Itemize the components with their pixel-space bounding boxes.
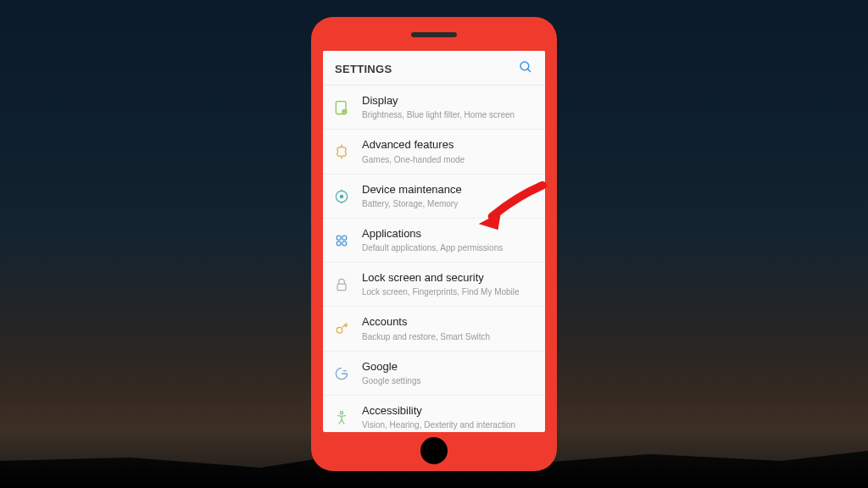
lock-icon xyxy=(330,273,353,297)
item-text: Applications Default applications, App p… xyxy=(362,227,533,253)
item-text: Accessibility Vision, Hearing, Dexterity… xyxy=(362,404,533,430)
screen: SETTINGS Display Brightnes xyxy=(323,51,545,432)
item-sub: Lock screen, Fingerprints, Find My Mobil… xyxy=(362,286,533,297)
item-sub: Google settings xyxy=(362,375,533,386)
svg-point-11 xyxy=(337,241,341,246)
settings-item-display[interactable]: Display Brightness, Blue light filter, H… xyxy=(323,86,545,130)
settings-item-applications[interactable]: Applications Default applications, App p… xyxy=(323,219,545,263)
svg-point-14 xyxy=(337,328,342,334)
item-text: Accounts Backup and restore, Smart Switc… xyxy=(362,315,533,341)
svg-point-0 xyxy=(520,62,529,70)
item-sub: Backup and restore, Smart Switch xyxy=(362,331,533,342)
item-title: Google xyxy=(362,360,533,374)
item-text: Advanced features Games, One-handed mode xyxy=(362,138,533,164)
phone-home-button[interactable] xyxy=(420,437,448,464)
item-text: Google Google settings xyxy=(362,360,533,386)
settings-item-google[interactable]: Google Google settings xyxy=(323,352,545,396)
item-text: Display Brightness, Blue light filter, H… xyxy=(362,94,533,120)
svg-point-10 xyxy=(342,236,347,240)
search-icon[interactable] xyxy=(518,59,533,78)
item-title: Accounts xyxy=(362,315,533,329)
svg-point-4 xyxy=(344,111,346,113)
display-icon xyxy=(330,96,353,119)
item-title: Lock screen and security xyxy=(362,271,533,285)
maintenance-icon xyxy=(330,185,353,208)
phone-speaker xyxy=(411,32,457,37)
settings-header: SETTINGS xyxy=(323,51,545,85)
item-title: Accessibility xyxy=(362,404,533,418)
google-icon xyxy=(330,362,353,385)
item-title: Device maintenance xyxy=(362,183,533,197)
item-sub: Games, One-handed mode xyxy=(362,154,533,165)
settings-item-device-maintenance[interactable]: Device maintenance Battery, Storage, Mem… xyxy=(323,175,545,219)
settings-item-accounts[interactable]: Accounts Backup and restore, Smart Switc… xyxy=(323,307,545,351)
item-sub: Brightness, Blue light filter, Home scre… xyxy=(362,109,533,120)
settings-item-advanced-features[interactable]: Advanced features Games, One-handed mode xyxy=(323,130,545,174)
svg-rect-13 xyxy=(337,284,346,291)
item-title: Applications xyxy=(362,227,533,241)
settings-item-accessibility[interactable]: Accessibility Vision, Hearing, Dexterity… xyxy=(323,396,545,432)
svg-point-12 xyxy=(342,241,347,246)
accessibility-icon xyxy=(330,406,353,430)
item-sub: Default applications, App permissions xyxy=(362,242,533,253)
settings-item-lock-screen[interactable]: Lock screen and security Lock screen, Fi… xyxy=(323,263,545,307)
svg-point-9 xyxy=(337,236,341,240)
advanced-icon xyxy=(330,140,353,164)
item-text: Device maintenance Battery, Storage, Mem… xyxy=(362,183,533,209)
item-text: Lock screen and security Lock screen, Fi… xyxy=(362,271,533,297)
phone-frame: SETTINGS Display Brightnes xyxy=(311,17,557,471)
svg-point-6 xyxy=(340,195,342,197)
applications-icon xyxy=(330,229,353,252)
page-title: SETTINGS xyxy=(335,63,392,75)
item-title: Advanced features xyxy=(362,138,533,152)
settings-list: Display Brightness, Blue light filter, H… xyxy=(323,86,545,432)
item-sub: Battery, Storage, Memory xyxy=(362,198,533,209)
svg-line-1 xyxy=(527,69,531,72)
svg-point-15 xyxy=(340,411,342,413)
accounts-icon xyxy=(330,317,353,341)
item-sub: Vision, Hearing, Dexterity and interacti… xyxy=(362,419,533,430)
item-title: Display xyxy=(362,94,533,108)
